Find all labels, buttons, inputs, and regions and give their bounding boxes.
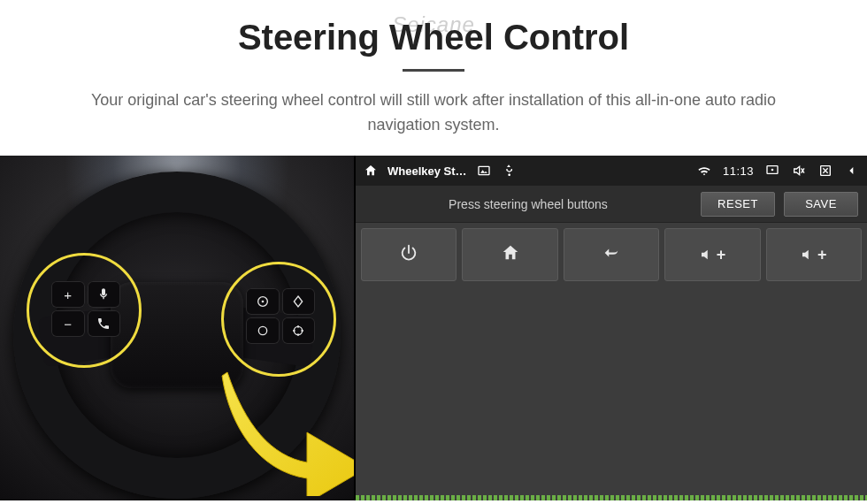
- svg-point-2: [258, 326, 266, 334]
- wheelkey-button-grid: + +: [356, 223, 867, 286]
- grid-button-volume-up-1[interactable]: +: [664, 228, 760, 281]
- cast-icon[interactable]: [764, 163, 780, 179]
- grid-button-power[interactable]: [361, 228, 457, 281]
- status-bar-clock: 11:13: [723, 164, 754, 178]
- reset-button[interactable]: RESET: [701, 192, 775, 217]
- toolbar-prompt: Press steering wheel buttons: [364, 197, 692, 211]
- wheelkey-toolbar: Press steering wheel buttons RESET SAVE: [356, 186, 867, 223]
- power-icon: [399, 243, 418, 266]
- status-bar-app-title: Wheelkey St…: [387, 164, 467, 178]
- grid-button-volume-up-2[interactable]: +: [766, 228, 862, 281]
- save-button[interactable]: SAVE: [784, 192, 858, 217]
- volume-up-icon: +: [800, 246, 828, 264]
- home-icon[interactable]: [363, 163, 379, 179]
- mute-icon[interactable]: [791, 163, 807, 179]
- wheel-button-diamond: [282, 288, 316, 315]
- volume-up-icon: +: [699, 246, 727, 264]
- android-status-bar: Wheelkey St… 11:13: [356, 156, 867, 186]
- home-icon: [501, 243, 520, 266]
- head-unit-screen: Wheelkey St… 11:13: [354, 156, 867, 500]
- wheel-button-target: [282, 317, 316, 344]
- wheel-button-cluster-left: + −: [51, 281, 120, 337]
- image-icon: [476, 163, 492, 179]
- steering-wheel-photo: + −: [0, 156, 354, 500]
- return-icon: [602, 243, 621, 266]
- wheel-button-voice: [88, 281, 121, 308]
- wheel-button-cluster-right: [246, 288, 315, 344]
- svg-rect-4: [479, 166, 489, 174]
- svg-point-6: [771, 169, 774, 172]
- grid-button-home[interactable]: [462, 228, 557, 281]
- svg-point-3: [295, 326, 303, 334]
- back-icon[interactable]: [844, 163, 860, 179]
- equalizer-bar: [356, 495, 867, 500]
- page-title: Steering Wheel Control: [0, 18, 867, 57]
- grid-button-back[interactable]: [564, 228, 659, 281]
- svg-point-1: [261, 301, 264, 303]
- wheelkey-empty-area: [356, 286, 867, 497]
- page-subtitle: Your original car's steering wheel contr…: [53, 88, 814, 138]
- usb-icon: [501, 163, 517, 179]
- close-icon[interactable]: [817, 163, 833, 179]
- steering-wheel-hub: [111, 282, 243, 388]
- wheel-button-plus: +: [51, 281, 85, 308]
- wheel-button-circle: [246, 317, 280, 344]
- wheel-button-minus: −: [51, 310, 85, 337]
- wheel-button-disc: [246, 288, 280, 315]
- wifi-icon: [696, 163, 712, 179]
- title-divider: [403, 69, 464, 72]
- wheel-button-phone: [88, 310, 121, 337]
